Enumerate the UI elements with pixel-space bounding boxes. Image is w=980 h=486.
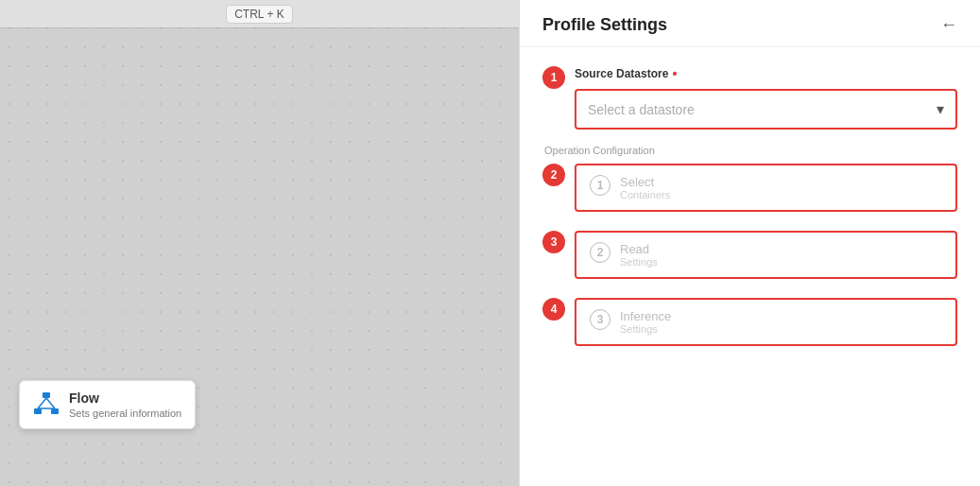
source-datastore-label: Source Datastore • [575,66,957,81]
step-badge-2: 2 [542,164,565,186]
shortcut-text: CTRL + K [234,8,284,21]
canvas-area: CTRL + K Flow Sets general information [0,0,519,486]
step-num-3: 3 [590,309,610,330]
flow-title: Flow [69,391,181,406]
svg-rect-1 [34,408,42,414]
select-subtitle: Containers [620,189,670,200]
flow-subtitle: Sets general information [69,408,181,419]
step-badge-4: 4 [542,298,565,321]
panel-content: 1 Source Datastore • Select a datastore … [520,47,980,486]
flow-text: Flow Sets general information [69,391,181,419]
source-datastore-row: 1 Source Datastore • Select a datastore … [542,66,957,130]
select-containers-row: 2 1 Select Containers [542,164,957,221]
step-num-1: 1 [590,175,610,196]
svg-line-3 [38,398,46,408]
panel-title: Profile Settings [542,15,667,35]
back-button[interactable]: ← [940,15,957,35]
source-datastore-section: Source Datastore • Select a datastore ▾ [575,66,957,130]
read-settings-step[interactable]: 2 Read Settings [575,231,957,279]
dropdown-arrow-icon: ▾ [937,100,944,118]
step-badge-3: 3 [542,231,565,253]
read-title: Read [620,242,658,256]
inference-settings-step[interactable]: 3 Inference Settings [575,298,957,346]
step-num-2: 2 [590,242,610,263]
svg-line-4 [46,398,55,408]
select-containers-step[interactable]: 1 Select Containers [575,164,957,212]
step-badge-1: 1 [542,66,565,89]
operation-config-label: Operation Configuration [542,145,957,156]
select-title: Select [620,175,670,189]
svg-rect-2 [51,408,59,414]
flow-svg-icon [33,391,60,418]
inference-title: Inference [620,309,671,323]
right-panel: Profile Settings ← 1 Source Datastore • … [519,0,980,486]
shortcut-badge: CTRL + K [226,5,293,24]
datastore-dropdown[interactable]: Select a datastore ▾ [575,89,957,130]
datastore-placeholder: Select a datastore [588,102,695,117]
svg-rect-0 [43,392,50,398]
select-containers-text: Select Containers [620,175,670,200]
panel-header: Profile Settings ← [520,0,980,47]
top-bar: CTRL + K [0,0,519,28]
read-settings-text: Read Settings [620,242,658,268]
inference-subtitle: Settings [620,323,671,335]
read-subtitle: Settings [620,256,658,268]
read-settings-row: 3 2 Read Settings [542,231,957,288]
inference-settings-text: Inference Settings [620,309,671,335]
flow-icon [33,391,60,418]
flow-node[interactable]: Flow Sets general information [19,380,196,429]
inference-settings-row: 4 3 Inference Settings [542,298,957,356]
required-indicator: • [672,66,677,81]
